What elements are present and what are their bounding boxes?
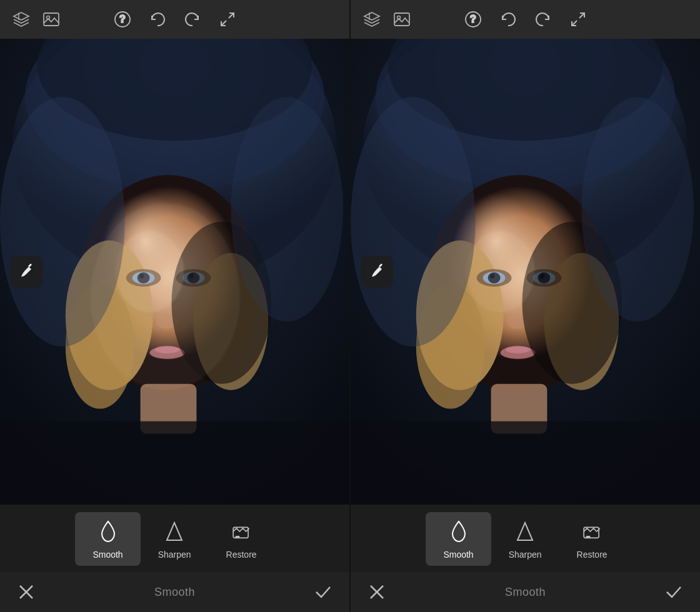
- right-smooth-label: Smooth: [443, 550, 473, 560]
- left-bottom-panel: Smooth Sharpen: [0, 505, 349, 612]
- svg-marker-76: [518, 523, 532, 540]
- svg-line-35: [29, 264, 31, 267]
- right-cancel-button[interactable]: [366, 581, 388, 603]
- svg-point-67: [506, 346, 531, 353]
- svg-line-75: [379, 264, 382, 267]
- right-image-area: [351, 39, 700, 505]
- left-image-area: [0, 39, 349, 505]
- right-confirm-button[interactable]: [662, 581, 685, 603]
- photo-icon[interactable]: [40, 8, 62, 31]
- left-portrait: [0, 39, 349, 505]
- svg-point-34: [91, 203, 241, 390]
- right-redo-icon[interactable]: [532, 8, 554, 31]
- right-smooth-tool[interactable]: Smooth: [426, 512, 491, 566]
- layers-icon[interactable]: [10, 8, 32, 31]
- left-smooth-tool[interactable]: Smooth: [75, 512, 140, 566]
- right-photo-icon[interactable]: [391, 8, 413, 31]
- left-cancel-button[interactable]: [15, 581, 38, 603]
- svg-marker-36: [167, 523, 182, 540]
- svg-rect-33: [0, 422, 349, 505]
- left-toolbar: ?: [0, 0, 349, 39]
- svg-rect-43: [394, 13, 409, 26]
- right-toolbar-left: [361, 8, 413, 31]
- right-brush-tool[interactable]: [361, 255, 393, 288]
- right-portrait: [351, 39, 700, 505]
- svg-text:?: ?: [470, 14, 476, 24]
- svg-rect-38: [236, 536, 240, 538]
- left-tools-row: Smooth Sharpen: [0, 505, 349, 572]
- left-restore-icon: [229, 518, 254, 546]
- left-toolbar-left: [10, 8, 62, 31]
- right-action-bar: Smooth: [351, 572, 700, 612]
- svg-marker-41: [364, 12, 379, 20]
- svg-marker-0: [14, 12, 29, 20]
- svg-line-6: [229, 13, 234, 18]
- left-sharpen-icon: [162, 518, 187, 546]
- expand-icon[interactable]: [216, 8, 239, 31]
- right-action-title: Smooth: [505, 586, 546, 599]
- right-panel: ?: [349, 0, 700, 612]
- redo-icon[interactable]: [181, 8, 204, 31]
- svg-line-7: [221, 21, 226, 26]
- left-action-title: Smooth: [154, 586, 195, 599]
- right-bottom-panel: Smooth Sharpen: [351, 505, 700, 612]
- right-restore-icon: [579, 518, 604, 546]
- right-undo-icon[interactable]: [497, 8, 519, 31]
- svg-rect-78: [586, 536, 591, 538]
- left-restore-tool[interactable]: Restore: [209, 512, 274, 566]
- right-sharpen-icon: [512, 518, 538, 546]
- right-tools-row: Smooth Sharpen: [351, 505, 700, 572]
- right-toolbar-center: ?: [462, 8, 589, 31]
- undo-icon[interactable]: [146, 8, 169, 31]
- left-brush-tool[interactable]: [10, 255, 42, 288]
- svg-point-73: [581, 97, 694, 322]
- left-confirm-button[interactable]: [312, 581, 334, 603]
- help-icon[interactable]: ?: [111, 8, 134, 31]
- panels-container: ?: [0, 0, 700, 612]
- right-toolbar: ?: [351, 0, 700, 39]
- left-action-bar: Smooth: [0, 572, 349, 612]
- right-restore-tool[interactable]: Restore: [559, 512, 625, 566]
- svg-line-48: [572, 21, 577, 26]
- left-toolbar-center: ?: [111, 8, 239, 31]
- left-smooth-icon: [96, 518, 121, 546]
- svg-point-32: [231, 97, 343, 322]
- svg-point-70: [466, 231, 535, 312]
- right-restore-label: Restore: [577, 550, 608, 560]
- right-expand-icon[interactable]: [567, 8, 589, 31]
- right-help-icon[interactable]: ?: [462, 8, 484, 31]
- left-restore-label: Restore: [226, 550, 257, 560]
- right-sharpen-label: Sharpen: [509, 550, 542, 560]
- left-panel: ?: [0, 0, 349, 612]
- svg-point-72: [351, 97, 476, 347]
- left-smooth-label: Smooth: [92, 550, 122, 560]
- svg-rect-74: [351, 422, 700, 505]
- svg-text:?: ?: [119, 14, 126, 24]
- left-sharpen-tool[interactable]: Sharpen: [141, 512, 209, 566]
- right-layers-icon[interactable]: [361, 8, 383, 31]
- right-smooth-icon: [446, 518, 471, 546]
- right-sharpen-tool[interactable]: Sharpen: [491, 512, 559, 566]
- left-sharpen-label: Sharpen: [158, 550, 191, 560]
- svg-line-47: [579, 13, 584, 18]
- svg-rect-2: [44, 13, 59, 26]
